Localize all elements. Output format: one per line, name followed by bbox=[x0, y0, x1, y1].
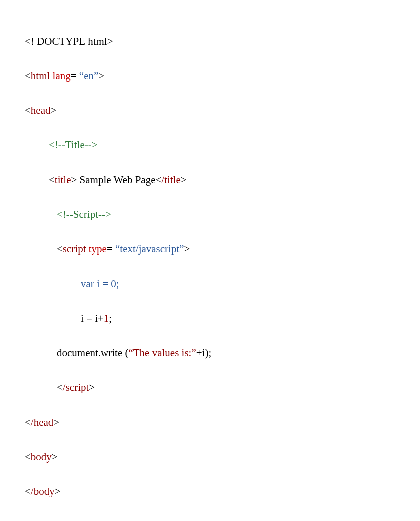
equals: = bbox=[107, 243, 116, 255]
code-line: </script> bbox=[25, 379, 395, 396]
js-code: i = i+ bbox=[81, 312, 104, 324]
js-code: ; bbox=[109, 312, 112, 324]
tag-name: html bbox=[31, 70, 50, 82]
code-line: </html> bbox=[25, 518, 395, 521]
bracket: > bbox=[51, 104, 57, 116]
bracket: < bbox=[25, 451, 31, 463]
code-block-before: <! DOCTYPE html> <html lang= “en”> <head… bbox=[25, 15, 395, 521]
code-line: <head> bbox=[25, 102, 395, 119]
bracket: > bbox=[181, 174, 187, 186]
attr-name: type bbox=[89, 243, 107, 255]
bracket: < bbox=[25, 416, 31, 428]
tag-name: /body bbox=[31, 485, 55, 497]
tag-name: script bbox=[63, 243, 86, 255]
comment: <!--Title--> bbox=[49, 139, 98, 151]
bracket: > bbox=[52, 451, 58, 463]
js-code: +i); bbox=[196, 347, 212, 359]
tag-name: /title bbox=[162, 174, 181, 186]
comment: <!--Script--> bbox=[57, 208, 112, 220]
bracket: > bbox=[55, 485, 61, 497]
code-line: <!--Title--> bbox=[25, 136, 395, 154]
bracket: < bbox=[25, 70, 31, 82]
bracket: > bbox=[89, 381, 95, 393]
equals: = bbox=[71, 70, 80, 82]
tag-name: body bbox=[31, 451, 52, 463]
bracket: < bbox=[49, 174, 55, 186]
bracket: > bbox=[98, 70, 104, 82]
code-line: </body> bbox=[25, 483, 395, 500]
js-string: “The values is:” bbox=[128, 347, 196, 359]
bracket: < bbox=[25, 104, 31, 116]
js-code: var i = 0; bbox=[81, 278, 120, 290]
js-number: 1 bbox=[104, 312, 110, 324]
bracket: > bbox=[184, 243, 190, 255]
code-line: <!--Script--> bbox=[25, 206, 395, 223]
code-line: <! DOCTYPE html> bbox=[25, 33, 395, 50]
code-line: <title> Sample Web Page</title> bbox=[25, 171, 395, 189]
bracket: < bbox=[57, 381, 63, 393]
code-text: > Sample Web Page< bbox=[72, 174, 162, 186]
attr-value: “en” bbox=[80, 70, 98, 82]
tag-name: title bbox=[55, 174, 72, 186]
code-line: <body> bbox=[25, 448, 395, 466]
code-line: i = i+1; bbox=[25, 310, 395, 327]
js-code: document.write ( bbox=[57, 347, 128, 359]
bracket: < bbox=[25, 485, 31, 497]
tag-name: /head bbox=[31, 416, 54, 428]
code-line: </head> bbox=[25, 414, 395, 431]
bracket: > bbox=[54, 416, 60, 428]
tag-name: head bbox=[31, 104, 51, 116]
code-line: <script type= “text/javascript”> bbox=[25, 240, 395, 258]
attr-value: “text/javascript” bbox=[116, 243, 184, 255]
code-line: document.write (“The values is:”+i); bbox=[25, 344, 395, 362]
attr-name: lang bbox=[53, 70, 71, 82]
code-line: var i = 0; bbox=[25, 275, 395, 293]
code-line: <html lang= “en”> bbox=[25, 67, 395, 85]
code-text: <! DOCTYPE html> bbox=[25, 35, 114, 47]
bracket: < bbox=[57, 243, 63, 255]
tag-name: /script bbox=[63, 381, 90, 393]
